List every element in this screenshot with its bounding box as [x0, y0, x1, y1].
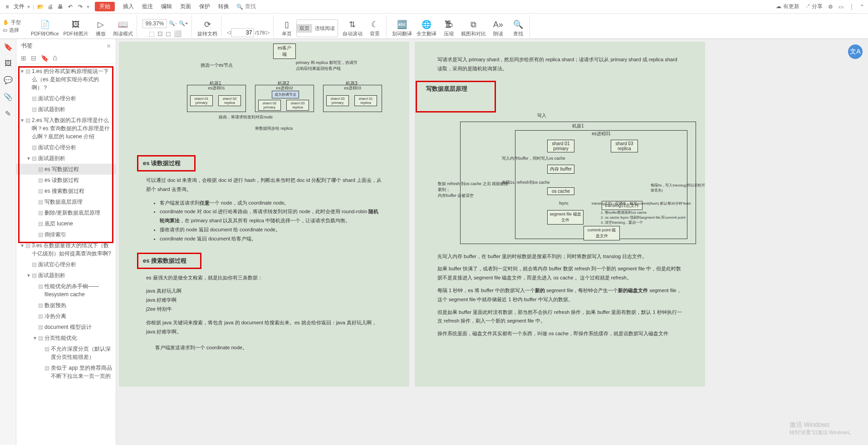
play-button[interactable]: ▷播放 [93, 20, 108, 37]
bookmark-item[interactable]: ▤es 读数据过程 [16, 175, 116, 186]
bookmark-item[interactable]: ▤删除/更新数据底层原理 [16, 207, 116, 218]
global-search[interactable]: 🔍 查找 [236, 3, 256, 10]
bookmark-item[interactable]: ▾▤3.es 在数据量很大的情况下（数十亿级别）如何提高查询效率啊? [16, 240, 116, 259]
background[interactable]: ☾背景 [367, 20, 383, 37]
expand-all-icon[interactable]: ⊞ [21, 54, 26, 62]
tab-insert[interactable]: 插入 [123, 3, 134, 10]
diagram-label: translog大到一定阈值，触发commit(flush) 默认每30分钟 f… [592, 201, 705, 206]
translate-icon: 🔤 [397, 20, 407, 29]
prev-page-icon[interactable]: ◁ [227, 29, 230, 35]
screenshot-compare[interactable]: ⧉截图和对比 [461, 20, 486, 37]
continuous-read[interactable]: 连续阅读 [312, 24, 338, 33]
file-menu[interactable]: 文件 [14, 3, 25, 10]
bookmarks-rail-icon[interactable]: 🔖 [4, 43, 13, 51]
bookmark-item[interactable]: ▾▤2.es 写入数据的工作原理是什么啊？es 查询数据的工作原理是什么啊？底层… [16, 115, 116, 142]
settings-icon[interactable]: ⚙ [828, 4, 833, 10]
bookmark-item[interactable]: ▤类似于 app 里的推荐商品不断下拉出来一页一页的 [16, 362, 116, 381]
bookmarks-title: 书签 [21, 42, 33, 50]
bookmark-item[interactable]: ▤数据预热 [16, 300, 116, 311]
bookmark-item[interactable]: ▤document 模型设计 [16, 322, 116, 333]
paragraph: 操作系统里面，磁盘文件其实都有一个东西，叫做 os cache，即操作系统缓存，… [437, 329, 682, 338]
bookmarks-tree[interactable]: ▾▤1.es 的分布式架构原理能说一下么（es 是如何实现分布式的啊）？▤面试官… [16, 64, 116, 445]
translate-floating-button[interactable]: 文A [848, 44, 863, 59]
pdf-to-office[interactable]: 📄PDF转Office [31, 20, 59, 37]
auto-scroll[interactable]: ⇅自动滚动 [343, 20, 363, 37]
bookmark-item[interactable]: ▤面试官心理分析 [16, 93, 116, 104]
actual-size-icon[interactable]: ◻ [166, 30, 171, 37]
bookmark-item[interactable]: ▾▤1.es 的分布式架构原理能说一下么（es 是如何实现分布式的啊）？ [16, 66, 116, 93]
fit-visible-icon[interactable]: ⬜ [174, 30, 181, 37]
bullet-list: 客户端发送请求到任意一个 node，成为 coordinate node。coo… [146, 199, 382, 244]
window-icon[interactable]: ▭ [839, 4, 843, 10]
bookmark-item[interactable]: ▾▤面试题剖析 [16, 270, 116, 281]
pdf-image-icon: 🖼 [72, 20, 80, 29]
paragraph: 但是如果 buffer 里面此时没有数据，那当然不会执行 refresh 操作，… [437, 308, 682, 326]
tab-protect[interactable]: 保护 [199, 3, 210, 10]
tools-rail-icon[interactable]: ✎ [5, 109, 11, 118]
full-translate[interactable]: 🌐全文翻译 [417, 20, 436, 37]
page-input[interactable] [231, 28, 254, 37]
close-panel-icon[interactable]: ✕ [106, 43, 111, 49]
zoom-value[interactable]: 99.37% [142, 19, 167, 28]
menubar: ≡ 文件 ▾ | 📂 🖨 🖶 ↶ ↷ ▾ 开始 插入 批注 编辑 页面 保护 转… [0, 0, 868, 14]
heading-write-underlying: 写数据底层原理 [416, 81, 496, 112]
bookmark-item[interactable]: ▤es 搜索数据过程 [16, 186, 116, 196]
open-icon[interactable]: 📂 [37, 4, 44, 10]
single-page[interactable]: ▯单页 [279, 20, 294, 37]
bookmark-item[interactable]: ▤冷热分离 [16, 311, 116, 322]
paragraph: es 最强大的是做全文检索，就是比如你有三条数据： [146, 274, 382, 283]
bookmark-item[interactable]: ▤面试官心理分析 [16, 259, 116, 270]
file-dropdown-icon[interactable]: ▾ [27, 4, 30, 10]
print-icon[interactable]: 🖨 [47, 4, 54, 10]
tab-start[interactable]: 开始 [95, 2, 115, 11]
bookmark-item[interactable]: ▤底层 lucene [16, 218, 116, 229]
speak[interactable]: A»朗读 [490, 20, 506, 37]
bookmark-item[interactable]: ▤性能优化的杀手锏——filesystem cache [16, 281, 116, 300]
attachments-rail-icon[interactable]: 📎 [4, 93, 13, 101]
paragraph: 写请求是写入 primary shard，然后同步给所有的 replica sh… [437, 55, 682, 73]
bookmark-item[interactable]: ▾▤面试题剖析 [16, 153, 116, 164]
rotate-doc[interactable]: ⟳旋转文档 [197, 20, 217, 37]
bookmark-outline-icon[interactable]: ⎙ [53, 54, 57, 62]
rotate-icon: ⟳ [204, 20, 211, 29]
menu-icon[interactable]: ≡ [4, 4, 11, 10]
bookmark-item[interactable]: ▤面试题剖析 [16, 104, 116, 115]
document-viewport[interactable]: 文A es客户端 挑选一个es节点 primary 和 replica 都写完，… [116, 39, 868, 445]
undo-icon[interactable]: ↶ [67, 4, 74, 10]
bookmark-item[interactable]: ▾▤分页性能优化 [16, 333, 116, 343]
save-icon[interactable]: 🖶 [57, 4, 64, 10]
zoom-out-icon[interactable]: 🔍- [169, 20, 177, 26]
update-notice[interactable]: ☁ 有更新 [776, 3, 799, 10]
redo-icon[interactable]: ↷ [77, 4, 84, 10]
bookmark-item[interactable]: ▤面试官心理分析 [16, 142, 116, 153]
read-mode[interactable]: 📖阅读模式 [113, 20, 133, 37]
word-translate[interactable]: 🔤划词翻译 [392, 20, 412, 37]
paragraph: 如果 buffer 快满了，或者到一定时间，就会将内存 buffer 数据 re… [437, 264, 682, 283]
comments-rail-icon[interactable]: 💬 [4, 76, 13, 84]
find[interactable]: 🔍查找 [510, 20, 526, 37]
tab-annotate[interactable]: 批注 [142, 3, 153, 10]
compress[interactable]: 🗜压缩 [441, 20, 456, 37]
bookmark-item[interactable]: ▤倒排索引 [16, 229, 116, 240]
tab-edit[interactable]: 编辑 [161, 3, 172, 10]
undo-dropdown-icon[interactable]: ▾ [87, 4, 89, 10]
hand-tool[interactable]: ✋ 手型 [3, 19, 25, 26]
share-button[interactable]: ↗ 分享 [805, 3, 823, 10]
more-icon[interactable]: ⋮ [849, 4, 854, 10]
select-tool[interactable]: ▭ 选择 [3, 27, 25, 34]
bookmark-item[interactable]: ▤写数据底层原理 [16, 196, 116, 207]
next-page-icon[interactable]: ▷ [266, 29, 270, 35]
expand-icon[interactable]: ⌃ [860, 4, 864, 10]
fit-page-icon[interactable]: ⊡ [157, 30, 163, 37]
fit-width-icon[interactable]: ⬚ [149, 30, 155, 37]
collapse-all-icon[interactable]: ⊟ [31, 54, 36, 62]
tab-page[interactable]: 页面 [180, 3, 191, 10]
double-page[interactable]: 双页 [297, 24, 312, 33]
tab-convert[interactable]: 转换 [218, 3, 229, 10]
bookmark-item[interactable]: ▤不允许深度分页（默认深度分页性能很差） [16, 343, 116, 362]
add-bookmark-icon[interactable]: 🔖 [41, 54, 49, 62]
thumbnails-rail-icon[interactable]: 🖼 [5, 59, 12, 68]
pdf-to-image[interactable]: 🖼PDF转图片 [64, 20, 88, 37]
bookmark-item[interactable]: ▤es 写数据过程 [16, 164, 116, 175]
zoom-in-icon[interactable]: 🔍+ [179, 20, 188, 26]
